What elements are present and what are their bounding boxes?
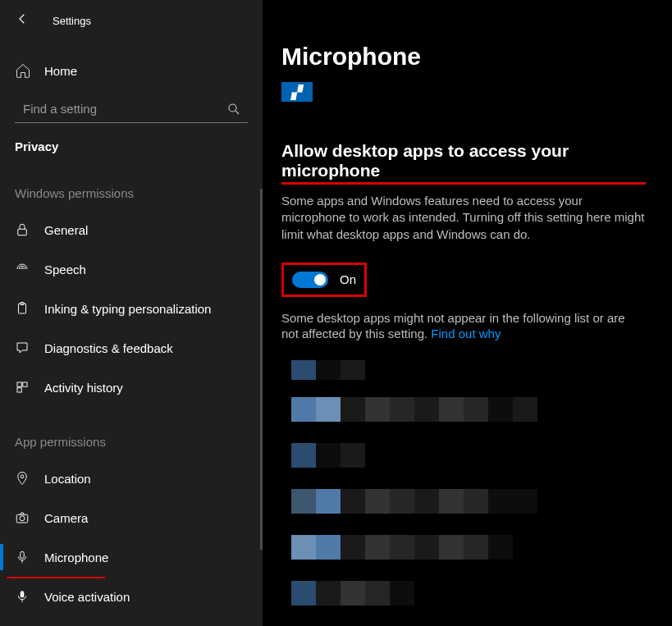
voice-icon <box>15 588 31 605</box>
app-tile-icon: ▞ <box>281 82 313 102</box>
toggle-state-label: On <box>340 272 356 286</box>
nav-label: Diagnostics & feedback <box>44 341 173 355</box>
camera-icon <box>15 509 31 526</box>
nav-label: Inking & typing personalization <box>44 302 211 316</box>
nav-speech[interactable]: Speech <box>0 249 263 289</box>
section-note: Some desktop apps might not appear in th… <box>281 310 634 342</box>
app-row <box>291 354 646 386</box>
search-icon <box>226 102 241 117</box>
nav-location[interactable]: Location <box>0 459 263 498</box>
feedback-icon <box>15 340 31 356</box>
home-label: Home <box>44 64 77 78</box>
sidebar: Settings Home Privacy Windows permission… <box>0 0 263 626</box>
svg-rect-5 <box>23 382 27 386</box>
svg-rect-1 <box>18 229 27 235</box>
nav-label: Speech <box>44 263 86 276</box>
svg-point-0 <box>229 104 236 112</box>
nav-label: Voice activation <box>44 590 130 604</box>
location-icon <box>15 470 31 487</box>
section-heading: Allow desktop apps to access your microp… <box>281 141 646 185</box>
section-description: Some apps and Windows features need to a… <box>281 193 646 243</box>
nav-inking[interactable]: Inking & typing personalization <box>0 289 263 328</box>
current-category: Privacy <box>0 123 263 153</box>
nav-activity[interactable]: Activity history <box>0 368 263 407</box>
group-windows-permissions: Windows permissions <box>0 186 263 205</box>
app-row <box>291 524 646 570</box>
main-content: Microphone ▞ Allow desktop apps to acces… <box>263 0 672 626</box>
search-box[interactable] <box>15 95 248 123</box>
desktop-apps-list <box>291 354 646 626</box>
nav-label: General <box>44 223 88 237</box>
home-icon <box>15 62 31 79</box>
page-title: Microphone <box>281 43 646 71</box>
search-input[interactable] <box>15 95 248 123</box>
svg-point-7 <box>21 475 24 478</box>
app-row <box>291 386 646 432</box>
nav-label: Microphone <box>44 551 108 564</box>
lock-icon <box>15 222 31 238</box>
nav-label: Camera <box>44 511 88 525</box>
svg-rect-11 <box>21 591 25 597</box>
svg-rect-10 <box>21 551 25 558</box>
app-row <box>291 432 646 478</box>
nav-label: Location <box>44 472 91 486</box>
find-out-why-link[interactable]: Find out why <box>431 327 501 340</box>
svg-rect-6 <box>17 388 21 392</box>
app-row <box>291 570 646 616</box>
clipboard-icon <box>15 300 31 317</box>
svg-rect-4 <box>17 382 21 386</box>
nav-label: Activity history <box>44 381 123 395</box>
desktop-apps-toggle[interactable] <box>292 272 328 288</box>
microphone-icon <box>15 549 31 565</box>
speech-icon <box>15 261 31 277</box>
group-app-permissions: App permissions <box>0 435 263 454</box>
app-row <box>291 478 646 524</box>
svg-point-9 <box>20 516 25 521</box>
nav-voice-activation[interactable]: Voice activation <box>0 577 263 616</box>
annotation-toggle-highlight: On <box>281 263 367 297</box>
nav-diagnostics[interactable]: Diagnostics & feedback <box>0 328 263 368</box>
home-button[interactable]: Home <box>15 56 263 85</box>
nav-microphone[interactable]: Microphone <box>0 537 263 577</box>
back-icon[interactable] <box>15 11 31 30</box>
window-title: Settings <box>53 15 91 27</box>
nav-general[interactable]: General <box>0 210 263 249</box>
history-icon <box>15 379 31 395</box>
nav-camera[interactable]: Camera <box>0 498 263 537</box>
app-row <box>291 616 646 626</box>
